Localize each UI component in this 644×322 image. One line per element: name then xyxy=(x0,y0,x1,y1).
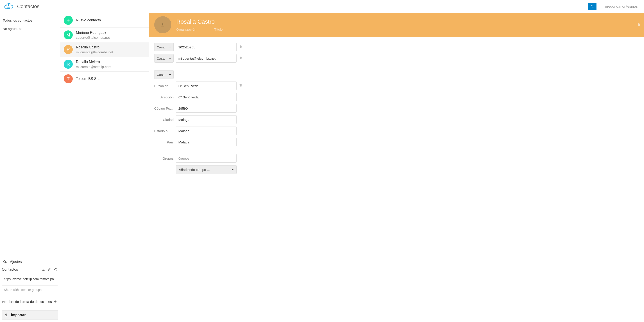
address-delete-button[interactable] xyxy=(239,84,244,88)
avatar: M xyxy=(64,30,73,40)
contact-sub: mi cuenta@netelip.com xyxy=(76,65,111,69)
trash-icon xyxy=(239,56,242,60)
chevron-down-icon xyxy=(232,169,234,171)
contact-row[interactable]: RRosalia Meleromi cuenta@netelip.com xyxy=(60,57,148,72)
addr-label: Dirección xyxy=(154,95,174,99)
upload-icon xyxy=(4,313,8,317)
addr-input[interactable] xyxy=(176,93,237,101)
settings-label: Ajustes xyxy=(10,260,22,264)
user-label[interactable]: gregorio.montesinos xyxy=(605,4,638,8)
city-label: Ciudad xyxy=(154,118,174,122)
email-delete-button[interactable] xyxy=(239,56,244,60)
phone-type-select[interactable]: Casa xyxy=(154,43,174,51)
contact-name[interactable]: Rosalia Castro xyxy=(176,18,223,25)
download-button[interactable] xyxy=(40,266,46,272)
email-input[interactable] xyxy=(176,54,237,62)
plus-icon xyxy=(66,18,70,22)
chevron-down-icon xyxy=(169,58,171,60)
org-label[interactable]: Organización xyxy=(176,28,196,31)
app-title: Contactos xyxy=(17,4,40,10)
chevron-down-icon xyxy=(169,74,171,76)
pobox-label: Buzón de c... xyxy=(154,84,174,88)
share-button[interactable] xyxy=(52,266,58,272)
new-contact-row[interactable]: Nuevo contacto xyxy=(60,13,148,28)
app-header: Contactos gregorio.montesinos xyxy=(0,0,644,13)
address-type-select[interactable]: Casa xyxy=(154,70,174,79)
svg-point-1 xyxy=(8,3,9,4)
trash-icon xyxy=(637,23,641,27)
state-label: Estado o pr... xyxy=(154,129,174,133)
link-button[interactable] xyxy=(46,266,52,272)
detail-header: Rosalia Castro Organización Título xyxy=(149,13,644,38)
phone-input[interactable] xyxy=(176,43,237,51)
import-label: Importar xyxy=(11,313,26,317)
country-input[interactable] xyxy=(176,138,237,146)
contact-name: Telcom BS S.L xyxy=(76,77,100,81)
trash-icon xyxy=(239,84,242,87)
new-contact-label: Nuevo contacto xyxy=(76,18,101,22)
state-input[interactable] xyxy=(176,126,237,135)
search-input-stub[interactable] xyxy=(598,3,600,10)
add-field-select[interactable]: Añadiendo campo ... xyxy=(176,165,237,174)
avatar: R xyxy=(64,60,73,69)
sidebar: Todos los contactos No agrupado Ajustes … xyxy=(0,13,60,322)
plus-avatar xyxy=(64,16,73,25)
contact-sub: mi cuenta@telcombs.net xyxy=(76,50,113,54)
contact-name: Mariana Rodriguez xyxy=(76,30,110,35)
upload-icon xyxy=(160,22,165,27)
app-logo[interactable] xyxy=(3,2,14,10)
contact-list: Nuevo contacto MMariana Rodriguezsoporte… xyxy=(60,13,149,322)
svg-rect-0 xyxy=(7,8,10,9)
avatar-upload[interactable] xyxy=(154,16,171,33)
contact-name: Rosalia Melero xyxy=(76,60,111,64)
delete-contact-button[interactable] xyxy=(637,23,641,28)
avatar: R xyxy=(64,45,73,54)
nav-ungrouped[interactable]: No agrupado xyxy=(2,24,58,33)
remote-url-input[interactable] xyxy=(2,275,58,283)
link-icon xyxy=(48,268,51,271)
contact-name: Rosalia Castro xyxy=(76,45,113,49)
panel-title: Contactos xyxy=(2,268,40,272)
contact-sub: soporte@telcombs.net xyxy=(76,36,110,40)
country-label: País xyxy=(154,140,174,144)
city-input[interactable] xyxy=(176,115,237,124)
contact-row[interactable]: MMariana Rodriguezsoporte@telcombs.net xyxy=(60,28,148,42)
groups-label: Grupos xyxy=(154,156,174,160)
contact-row[interactable]: TTelcom BS S.L xyxy=(60,72,148,86)
settings-toggle[interactable]: Ajustes xyxy=(0,258,60,266)
arrow-right-icon xyxy=(53,300,57,304)
addressbook-name-label: Nombre de libreta de direcciones xyxy=(2,300,52,304)
search-icon xyxy=(591,5,594,8)
postal-label: Código Postal xyxy=(154,106,174,110)
share-input[interactable] xyxy=(2,286,58,294)
chevron-down-icon xyxy=(169,46,171,49)
import-button[interactable]: Importar xyxy=(2,310,58,320)
search-button[interactable] xyxy=(588,3,596,10)
phone-delete-button[interactable] xyxy=(239,45,244,49)
avatar: T xyxy=(64,74,73,83)
title-label[interactable]: Título xyxy=(214,28,223,31)
contact-detail: Rosalia Castro Organización Título Casa … xyxy=(149,13,644,322)
contact-row[interactable]: RRosalia Castromi cuenta@telcombs.net xyxy=(60,42,148,57)
trash-icon xyxy=(239,45,242,48)
groups-input[interactable] xyxy=(176,154,237,162)
email-type-select[interactable]: Casa xyxy=(154,54,174,62)
addressbook-name-row[interactable]: Nombre de libreta de direcciones xyxy=(2,300,58,304)
pobox-input[interactable] xyxy=(176,82,237,90)
download-icon xyxy=(42,268,45,271)
postal-input[interactable] xyxy=(176,104,237,112)
nav-all-contacts[interactable]: Todos los contactos xyxy=(2,16,58,24)
share-icon xyxy=(53,268,57,271)
gear-icon xyxy=(3,260,7,264)
